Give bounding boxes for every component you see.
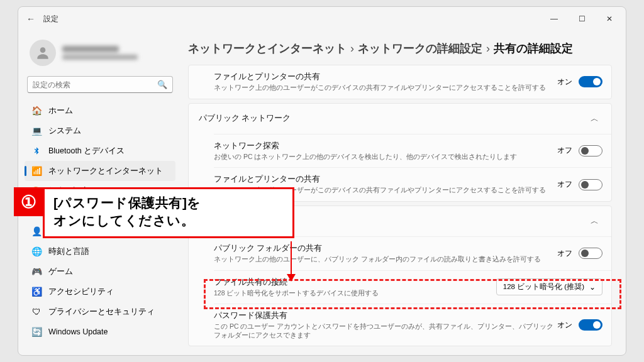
titlebar: ← 設定 — ☐ ✕: [18, 7, 626, 31]
sidebar-item-label: プライバシーとセキュリティ: [48, 307, 155, 317]
dropdown-encryption[interactable]: 128 ビット暗号化 (推奨) ⌄: [496, 278, 602, 295]
row-file-sharing-connection: ファイル共有の接続 128 ビット暗号化をサポートするデバイスに使用する 128…: [189, 271, 611, 304]
footer-links: ❔ ヘルプを表示 📝 フィードバックの送信: [188, 350, 612, 355]
breadcrumb-network[interactable]: ネットワークとインターネット: [188, 41, 347, 56]
header-public-network[interactable]: パブリック ネットワーク ︿: [189, 104, 611, 134]
sidebar-item-home[interactable]: 🏠ホーム: [25, 101, 175, 121]
svg-point-0: [40, 47, 46, 53]
network-icon: 📶: [31, 165, 42, 177]
sidebar-item-update[interactable]: 🔄Windows Update: [25, 322, 175, 342]
row-public-folder-sharing: パブリック フォルダーの共有 ネットワーク上の他のユーザーに、パブリック フォル…: [189, 237, 611, 270]
home-icon: 🏠: [31, 105, 42, 116]
panel-top: ファイルとプリンターの共有 ネットワーク上の他のユーザーがこのデバイスの共有ファ…: [188, 65, 612, 99]
breadcrumb-leaf: 共有の詳細設定: [494, 41, 573, 56]
avatar: [30, 40, 56, 66]
sidebar-item-network[interactable]: 📶ネットワークとインターネット: [25, 161, 175, 181]
toggle-file-printer-private[interactable]: [579, 76, 602, 87]
system-icon: 💻: [31, 125, 42, 136]
annotation-arrow: [287, 241, 296, 282]
toggle-network-discovery-public[interactable]: [579, 145, 602, 156]
settings-window: ← 設定 — ☐ ✕ 🔍 🏠ホーム💻システムBluetooth とデバイス📶ネッ…: [18, 6, 626, 356]
row-network-discovery-public: ネットワーク探索 お使いの PC はネットワーク上の他のデバイスを検出したり、他…: [189, 134, 611, 168]
chevron-up-icon: ︿: [587, 216, 602, 227]
sidebar-item-label: Windows Update: [48, 327, 108, 336]
chevron-down-icon: ⌄: [589, 283, 596, 292]
annotation-callout: ① [パスワード保護共有]を オンにしてください。: [14, 187, 294, 238]
privacy-icon: 🛡: [31, 306, 42, 317]
sidebar-item-privacy[interactable]: 🛡プライバシーとセキュリティ: [25, 302, 175, 322]
game-icon: 🎮: [31, 266, 42, 277]
sidebar-item-label: 時刻と言語: [48, 246, 89, 257]
back-button[interactable]: ←: [21, 14, 41, 24]
annotation-text: [パスワード保護共有]を オンにしてください。: [43, 187, 294, 238]
sidebar-item-label: Bluetooth とデバイス: [48, 146, 125, 156]
sidebar-item-label: システム: [48, 126, 81, 136]
user-profile[interactable]: [25, 36, 175, 74]
search-box[interactable]: 🔍: [27, 76, 173, 93]
search-icon: 🔍: [157, 80, 167, 89]
row-file-printer-sharing-private: ファイルとプリンターの共有 ネットワーク上の他のユーザーがこのデバイスの共有ファ…: [189, 65, 611, 99]
sidebar-item-bluetooth[interactable]: Bluetooth とデバイス: [25, 141, 175, 161]
sidebar-item-label: ゲーム: [48, 266, 73, 277]
row-password-protected-sharing: パスワード保護共有 この PC のユーザー アカウントとパスワードを持つユーザー…: [189, 304, 611, 346]
annotation-step-badge: ①: [14, 187, 43, 216]
link-help[interactable]: ❔ ヘルプを表示: [191, 354, 612, 355]
toggle-file-printer-public[interactable]: [579, 179, 602, 190]
sidebar-item-time[interactable]: 🌐時刻と言語: [25, 241, 175, 261]
toggle-public-folder-sharing[interactable]: [579, 248, 602, 259]
sidebar-item-label: ホーム: [48, 106, 73, 116]
maximize-button[interactable]: ☐: [568, 9, 596, 28]
breadcrumb-advanced[interactable]: ネットワークの詳細設定: [358, 41, 482, 56]
window-title: 設定: [43, 14, 58, 25]
minimize-button[interactable]: —: [540, 9, 568, 28]
toggle-password-protected-sharing[interactable]: [579, 319, 602, 331]
sidebar-item-system[interactable]: 💻システム: [25, 121, 175, 141]
close-button[interactable]: ✕: [596, 9, 623, 28]
breadcrumb: ネットワークとインターネット › ネットワークの詳細設定 › 共有の詳細設定: [188, 36, 612, 65]
profile-name-blurred: [62, 46, 138, 60]
time-icon: 🌐: [31, 246, 42, 257]
update-icon: 🔄: [31, 326, 42, 337]
chevron-up-icon: ︿: [587, 113, 602, 124]
sidebar-item-label: アクセシビリティ: [48, 287, 114, 297]
sidebar-item-game[interactable]: 🎮ゲーム: [25, 261, 175, 282]
bluetooth-icon: [31, 145, 42, 156]
sidebar-item-label: ネットワークとインターネット: [48, 166, 163, 177]
search-input[interactable]: [33, 80, 157, 89]
access-icon: ♿: [31, 286, 42, 297]
sidebar-item-access[interactable]: ♿アクセシビリティ: [25, 282, 175, 302]
